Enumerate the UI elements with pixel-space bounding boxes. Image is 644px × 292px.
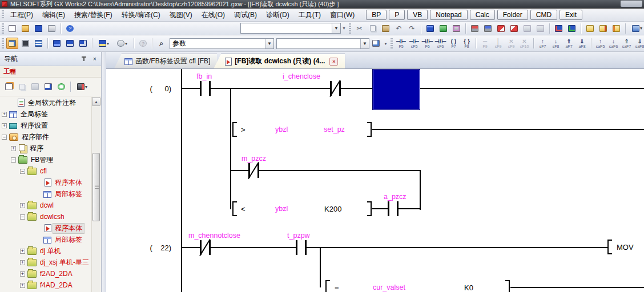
bp-button[interactable]: BP: [366, 10, 387, 20]
ladder-pulse-ne-or-button[interactable]: ↓saF6: [607, 36, 620, 51]
find-target-combobox[interactable]: 参数 ▼: [170, 38, 274, 49]
tree-item-program-parts[interactable]: −程序部件: [0, 131, 91, 143]
device-search-button[interactable]: ▾: [114, 38, 131, 49]
compare-operand[interactable]: ybzl: [275, 125, 288, 133]
scroll-up-icon[interactable]: ▲: [92, 97, 100, 106]
expander[interactable]: +: [20, 260, 25, 265]
open-contact-t-pzpw[interactable]: [296, 240, 307, 255]
tree-item-f4ad-2da[interactable]: +f4AD_2DA: [0, 279, 91, 291]
tab-close-icon[interactable]: ×: [329, 58, 338, 66]
ladder-closed-contact-button[interactable]: ⊣/⊢F6: [421, 36, 434, 51]
tree-item-program[interactable]: +程序: [0, 143, 91, 154]
compare-operand[interactable]: ybzl: [275, 205, 288, 213]
mov-instruction[interactable]: MOV: [617, 243, 634, 252]
ladder-editor[interactable]: ( 0) ( 22) fb_in i_chenclose > ybzl set_…: [106, 69, 644, 292]
open-contact-fb-in[interactable]: [200, 81, 211, 96]
monitor-watch-button[interactable]: [495, 23, 507, 34]
ladder-delete-hline-button[interactable]: ✕cF9: [505, 36, 518, 51]
list-view-button[interactable]: [33, 38, 45, 49]
undo-button[interactable]: ↶: [393, 23, 405, 34]
ladder-vline-button[interactable]: │sF9: [492, 36, 505, 51]
menu-diagnostics[interactable]: 诊断(D): [261, 9, 294, 22]
paste-data-button[interactable]: [29, 81, 41, 92]
ladder-hline-button[interactable]: ─F9: [478, 36, 492, 51]
closed-contact-i-chenclose[interactable]: [330, 81, 341, 96]
tree-item-fb-management[interactable]: −FB管理: [0, 154, 91, 165]
data-property-button[interactable]: [42, 81, 54, 92]
tree-item-f2ad-2da[interactable]: +f2AD_2DA: [0, 268, 91, 279]
close-icon[interactable]: ×: [91, 55, 99, 63]
window-caption-buttons[interactable]: [621, 1, 642, 7]
monitor-watch2-button[interactable]: [508, 23, 520, 34]
tree-item-dj-xsj[interactable]: +dj_xsj 单机-星三: [0, 257, 91, 268]
menu-online[interactable]: 在线(O): [197, 9, 230, 22]
tree-item-dcwl[interactable]: +dcwl: [0, 200, 91, 211]
tree-scrollbar[interactable]: ▲: [91, 97, 100, 292]
scrollbar-thumb[interactable]: [92, 153, 100, 221]
io-button[interactable]: [450, 23, 462, 34]
statement-button[interactable]: [584, 23, 596, 34]
new-project-button[interactable]: [6, 23, 18, 34]
write-to-plc-button[interactable]: [469, 23, 481, 34]
menu-window[interactable]: 窗口(W): [325, 9, 359, 22]
paste-button[interactable]: [380, 23, 392, 34]
compare-operand[interactable]: set_pz: [324, 125, 345, 133]
statement2-button[interactable]: [610, 23, 622, 34]
compare-operator[interactable]: >: [241, 125, 245, 134]
device-stop-button[interactable]: [553, 23, 565, 34]
closed-contact-m-chennotclose[interactable]: [200, 240, 211, 255]
toolbar-overflow[interactable]: ▾: [341, 23, 347, 34]
help-disabled-button[interactable]: ?: [137, 38, 149, 49]
device-run-button[interactable]: [566, 23, 578, 34]
expander[interactable]: +: [20, 271, 25, 277]
compare-operator[interactable]: =: [335, 283, 339, 292]
expander[interactable]: +: [20, 283, 25, 288]
device-tree-button[interactable]: [77, 38, 89, 49]
tree-item-global-comment[interactable]: 全局软元件注释: [0, 97, 91, 108]
ladder-pulse-rising-button[interactable]: ↑sF7: [536, 36, 549, 51]
ladder-pulse-ne-contact-button[interactable]: ↑saF5: [594, 36, 607, 51]
compare-constant[interactable]: K0: [464, 283, 473, 292]
compare-constant[interactable]: K200: [324, 205, 341, 213]
vb-button[interactable]: VB: [407, 10, 428, 20]
find-in-page-button[interactable]: [370, 38, 382, 49]
menu-convert-compile[interactable]: 转换/编译(C): [117, 9, 165, 22]
menu-search-replace[interactable]: 搜索/替换(F): [70, 9, 117, 22]
exit-button[interactable]: Exit: [560, 10, 582, 20]
ladder-application-instruction-button[interactable]: { }F8: [460, 36, 473, 51]
tree-item-dj[interactable]: +dj 单机: [0, 245, 91, 257]
tree-item-global-label[interactable]: +全局标签: [0, 108, 91, 120]
ladder-pulse-falling-button[interactable]: ↓sF8: [549, 36, 562, 51]
monitor-gray-button[interactable]: [521, 23, 533, 34]
menu-tools[interactable]: 工具(T): [294, 9, 325, 22]
new-data-button[interactable]: [3, 81, 15, 92]
device-comment-button[interactable]: [424, 23, 436, 34]
monitor-mode-button[interactable]: ▾: [629, 23, 644, 34]
screen-button[interactable]: [437, 23, 449, 34]
read-from-plc-button[interactable]: [482, 23, 494, 34]
ladder-pulse-rising-or-button[interactable]: ⇑aF7: [562, 36, 575, 51]
copy-data-button[interactable]: [16, 81, 28, 92]
open-project-button[interactable]: [19, 23, 31, 34]
save-button[interactable]: [33, 23, 45, 34]
menu-edit[interactable]: 编辑(E): [38, 9, 70, 22]
tree-item-program-settings[interactable]: +程序设置: [0, 120, 91, 131]
copy-button[interactable]: [367, 23, 379, 34]
expander[interactable]: −: [20, 169, 25, 174]
folder-button[interactable]: Folder: [497, 10, 528, 20]
tab-fb-label-settings[interactable]: 函数/FB标签设置 cfl [FB]: [114, 54, 217, 68]
pin-icon[interactable]: [80, 55, 87, 62]
expander[interactable]: −: [20, 214, 25, 220]
redo-button[interactable]: ↷: [406, 23, 418, 34]
navigation-toggle-button[interactable]: [6, 38, 18, 49]
sort-button[interactable]: ▾: [74, 81, 91, 92]
cut-button[interactable]: ✂: [353, 23, 365, 34]
combo-drop-icon[interactable]: ▼: [360, 39, 369, 48]
expander[interactable]: +: [2, 123, 7, 128]
device-comment-view-button[interactable]: [51, 38, 63, 49]
tab-fb-read-dcwlcsh[interactable]: [FB]读取 dcwlcsh (只读) (4... ×: [214, 54, 345, 68]
expander[interactable]: +: [2, 112, 7, 117]
ladder-pulse-falling-or-button[interactable]: ⇓aF8: [575, 36, 589, 51]
compare-operand[interactable]: cur_valset: [373, 283, 405, 291]
project-data-combobox[interactable]: ▼: [240, 23, 341, 34]
